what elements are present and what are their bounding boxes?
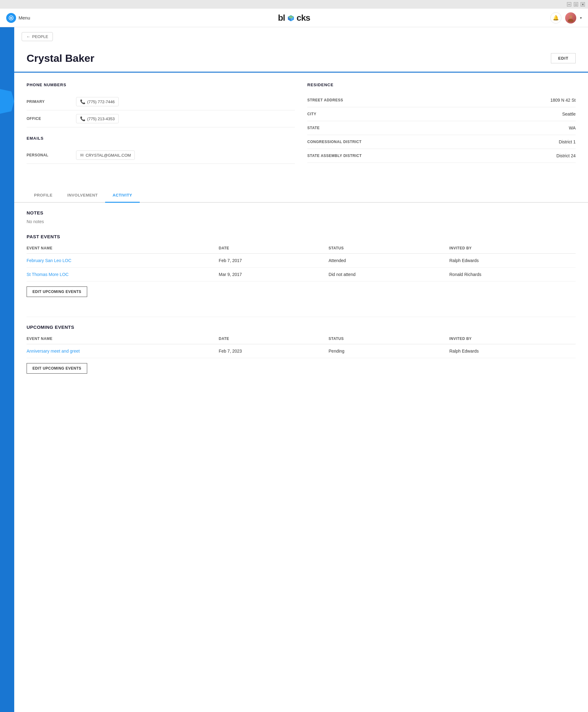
event-name-cell: St Thomas More LOC xyxy=(26,267,219,282)
minimize-button[interactable]: ─ xyxy=(567,2,571,6)
table-row: Anniversary meet and greet Feb 7, 2023 P… xyxy=(26,344,575,358)
table-row: February San Leo LOC Feb 7, 2017 Attende… xyxy=(26,254,575,267)
residence-field-label: CITY xyxy=(307,112,562,116)
emails-title: EMAILS xyxy=(26,136,295,141)
upcoming-col-header-event-name: EVENT NAME xyxy=(26,333,219,344)
residence-field-value: District 24 xyxy=(556,153,575,158)
svg-rect-3 xyxy=(10,19,13,19)
office-phone-label: OFFICE xyxy=(26,116,76,121)
back-to-people-button[interactable]: ← PEOPLE xyxy=(22,32,53,41)
residence-row: CONGRESSIONAL DISTRICT District 1 xyxy=(307,135,575,149)
table-row: St Thomas More LOC Mar 9, 2017 Did not a… xyxy=(26,267,575,282)
residence-title: RESIDENCE xyxy=(307,83,575,87)
tabs-bar: PROFILE INVOLVEMENT ACTIVITY xyxy=(14,189,588,203)
event-status-cell: Did not attend xyxy=(329,267,449,282)
col-header-event-name: EVENT NAME xyxy=(26,243,219,254)
event-name-cell: Anniversary meet and greet xyxy=(26,344,219,358)
sidebar-active-tab xyxy=(0,89,14,114)
tab-involvement[interactable]: INVOLVEMENT xyxy=(60,189,105,203)
event-date-cell: Feb 7, 2017 xyxy=(219,254,329,267)
event-link[interactable]: February San Leo LOC xyxy=(26,258,71,263)
svg-rect-1 xyxy=(10,17,13,18)
breadcrumb-bar: ← PEOPLE xyxy=(14,27,588,46)
residence-field-label: CONGRESSIONAL DISTRICT xyxy=(307,140,559,144)
personal-email-badge: ✉ CRYSTAL@GMAIL.COM xyxy=(76,151,135,160)
event-invited-cell: Ralph Edwards xyxy=(449,254,576,267)
right-column: RESIDENCE STREET ADDRESS 1809 N 42 St CI… xyxy=(307,83,575,164)
residence-field-value: WA xyxy=(569,126,575,130)
upcoming-events-title: UPCOMING EVENTS xyxy=(26,324,575,330)
sidebar xyxy=(0,27,14,712)
residence-row: CITY Seattle xyxy=(307,107,575,121)
residence-field-label: STREET ADDRESS xyxy=(307,98,550,102)
past-events-table: EVENT NAME DATE STATUS INVITED BY Februa… xyxy=(26,243,575,282)
edit-button[interactable]: EDIT xyxy=(551,53,575,63)
residence-fields: STREET ADDRESS 1809 N 42 St CITY Seattle… xyxy=(307,93,575,163)
upcoming-col-header-invited: INVITED BY xyxy=(449,333,576,344)
past-events-title: PAST EVENTS xyxy=(26,234,575,239)
residence-field-value: 1809 N 42 St xyxy=(550,98,575,103)
edit-upcoming-events-button[interactable]: EDIT UPCOMING EVENTS xyxy=(26,363,87,374)
phone-numbers-title: PHONE NUMBERS xyxy=(26,83,295,87)
residence-row: STREET ADDRESS 1809 N 42 St xyxy=(307,93,575,107)
svg-point-8 xyxy=(569,16,572,19)
top-nav: Menu bl cks 🔔 ▾ xyxy=(0,9,588,27)
primary-phone-row: PRIMARY 📞 (775) 772-7446 xyxy=(26,93,295,110)
avatar-chevron-icon[interactable]: ▾ xyxy=(580,16,582,20)
window-chrome: ─ □ ✕ xyxy=(0,0,588,9)
personal-email-label: PERSONAL xyxy=(26,153,76,157)
contact-info-area: PHONE NUMBERS PRIMARY 📞 (775) 772-7446 O… xyxy=(14,72,588,186)
personal-email-value: CRYSTAL@GMAIL.COM xyxy=(86,153,131,158)
phone-icon: 📞 xyxy=(80,99,85,104)
upcoming-col-header-status: STATUS xyxy=(329,333,449,344)
upcoming-events-body: Anniversary meet and greet Feb 7, 2023 P… xyxy=(26,344,575,358)
col-header-invited: INVITED BY xyxy=(449,243,576,254)
notes-section: NOTES No notes xyxy=(26,210,575,224)
tab-profile[interactable]: PROFILE xyxy=(26,189,60,203)
edit-past-events-button[interactable]: EDIT UPCOMING EVENTS xyxy=(26,286,87,297)
no-notes-text: No notes xyxy=(26,219,575,224)
event-invited-cell: Ralph Edwards xyxy=(449,344,576,358)
residence-field-value: District 1 xyxy=(559,139,575,144)
main-content: ← PEOPLE Crystal Baker EDIT PHONE NUMBER… xyxy=(14,27,588,712)
office-phone-value: (775) 213-4353 xyxy=(87,116,115,121)
menu-icon xyxy=(6,13,16,23)
nav-right: 🔔 ▾ xyxy=(550,13,582,23)
event-date-cell: Mar 9, 2017 xyxy=(219,267,329,282)
notes-title: NOTES xyxy=(26,210,575,215)
residence-field-label: STATE xyxy=(307,126,569,130)
primary-phone-badge: 📞 (775) 772-7446 xyxy=(76,97,119,106)
app-logo: bl cks xyxy=(278,13,310,23)
menu-button[interactable]: Menu xyxy=(6,13,30,23)
avatar[interactable] xyxy=(565,13,576,23)
email-icon: ✉ xyxy=(80,153,84,158)
left-column: PHONE NUMBERS PRIMARY 📞 (775) 772-7446 O… xyxy=(26,83,295,164)
upcoming-col-header-date: DATE xyxy=(219,333,329,344)
residence-field-label: STATE ASSEMBLY DISTRICT xyxy=(307,154,556,158)
svg-rect-2 xyxy=(10,18,13,18)
activity-tab-content: NOTES No notes PAST EVENTS EVENT NAME DA… xyxy=(14,210,588,406)
col-header-status: STATUS xyxy=(329,243,449,254)
breadcrumb-label: PEOPLE xyxy=(32,34,48,39)
tab-activity[interactable]: ACTIVITY xyxy=(105,189,140,203)
close-button[interactable]: ✕ xyxy=(581,2,585,6)
upcoming-events-table: EVENT NAME DATE STATUS INVITED BY Annive… xyxy=(26,333,575,358)
event-name-cell: February San Leo LOC xyxy=(26,254,219,267)
col-header-date: DATE xyxy=(219,243,329,254)
past-events-header-row: EVENT NAME DATE STATUS INVITED BY xyxy=(26,243,575,254)
event-link[interactable]: St Thomas More LOC xyxy=(26,272,69,277)
event-invited-cell: Ronald Richards xyxy=(449,267,576,282)
past-events-section: PAST EVENTS EVENT NAME DATE STATUS INVIT… xyxy=(26,234,575,307)
maximize-button[interactable]: □ xyxy=(574,2,578,6)
past-events-body: February San Leo LOC Feb 7, 2017 Attende… xyxy=(26,254,575,282)
notification-button[interactable]: 🔔 xyxy=(550,13,562,23)
upcoming-events-section: UPCOMING EVENTS EVENT NAME DATE STATUS I… xyxy=(26,324,575,384)
page-layout: ← PEOPLE Crystal Baker EDIT PHONE NUMBER… xyxy=(0,27,588,712)
office-phone-row: OFFICE 📞 (775) 213-4353 xyxy=(26,110,295,127)
event-link[interactable]: Anniversary meet and greet xyxy=(26,349,80,353)
upcoming-events-header-row: EVENT NAME DATE STATUS INVITED BY xyxy=(26,333,575,344)
page-title: Crystal Baker xyxy=(26,52,94,64)
phone-icon-2: 📞 xyxy=(80,116,85,121)
personal-email-row: PERSONAL ✉ CRYSTAL@GMAIL.COM xyxy=(26,147,295,164)
svg-point-9 xyxy=(568,19,573,22)
